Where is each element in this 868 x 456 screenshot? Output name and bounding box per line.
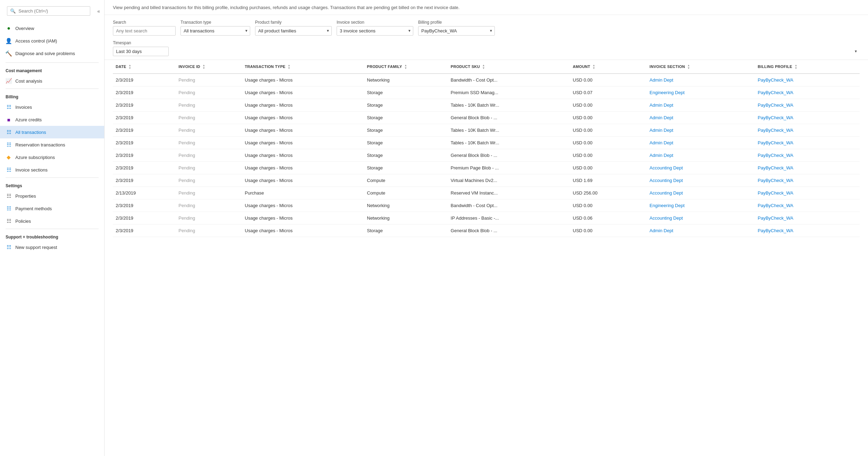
sidebar-item-diagnose[interactable]: 🔨 Diagnose and solve problems — [0, 47, 104, 60]
sidebar-collapse-button[interactable]: « — [96, 7, 101, 15]
cell-date: 2/3/2019 — [113, 199, 176, 212]
table-row: 2/3/2019 Pending Usage charges - Micros … — [113, 224, 860, 237]
cell-billing-profile[interactable]: PayByCheck_WA — [755, 212, 860, 224]
cell-billing-profile[interactable]: PayByCheck_WA — [755, 99, 860, 111]
cell-billing-profile[interactable]: PayByCheck_WA — [755, 86, 860, 99]
table-row: 2/3/2019 Pending Usage charges - Micros … — [113, 111, 860, 124]
billing-profile-label: Billing profile — [418, 20, 495, 25]
cell-transaction-type: Usage charges - Micros — [242, 212, 364, 224]
payment-icon: ☷ — [6, 205, 12, 212]
col-header-billing-profile[interactable]: BILLING PROFILE ▲▼ — [755, 60, 860, 74]
cell-billing-profile[interactable]: PayByCheck_WA — [755, 124, 860, 136]
cell-date: 2/3/2019 — [113, 74, 176, 86]
cell-product-family: Storage — [364, 86, 448, 99]
timespan-select[interactable]: Last 30 days Last 60 days Last 90 days C… — [113, 47, 169, 56]
cell-date: 2/3/2019 — [113, 86, 176, 99]
billing-profile-filter-group: Billing profile PayByCheck_WA — [418, 20, 495, 36]
invoice-section-select[interactable]: 3 invoice sections Admin Dept Engineerin… — [337, 26, 413, 36]
cell-invoice-section[interactable]: Admin Dept — [647, 74, 755, 86]
cell-billing-profile[interactable]: PayByCheck_WA — [755, 199, 860, 212]
sidebar-item-azure-credits[interactable]: ■ Azure credits — [0, 113, 104, 126]
cell-amount: USD 0.00 — [570, 74, 647, 86]
sidebar-top-nav: ● Overview 👤 Access control (IAM) 🔨 Diag… — [0, 21, 104, 61]
col-header-invoice-id[interactable]: INVOICE ID ▲▼ — [176, 60, 242, 74]
cell-invoice-section[interactable]: Engineering Dept — [647, 199, 755, 212]
cell-invoice-section[interactable]: Engineering Dept — [647, 86, 755, 99]
cell-product-sku: Tables - 10K Batch Wr... — [448, 124, 570, 136]
section-title-cost: Cost management — [0, 64, 104, 75]
invoice-section-label: Invoice section — [337, 20, 413, 25]
cell-date: 2/3/2019 — [113, 99, 176, 111]
policies-icon: ☷ — [6, 218, 12, 224]
cell-billing-profile[interactable]: PayByCheck_WA — [755, 174, 860, 187]
cell-product-sku: Bandwidth - Cost Opt... — [448, 199, 570, 212]
sidebar-item-payment-methods[interactable]: ☷ Payment methods — [0, 202, 104, 215]
product-family-select[interactable]: All product families Compute Networking … — [255, 26, 332, 36]
cell-billing-profile[interactable]: PayByCheck_WA — [755, 136, 860, 149]
sidebar-item-label: All transactions — [15, 130, 46, 135]
col-header-date[interactable]: DATE ▲▼ — [113, 60, 176, 74]
sort-arrows-invoice: ▲▼ — [202, 64, 205, 70]
sidebar-item-label: Invoices — [15, 105, 32, 110]
cell-invoice-section[interactable]: Accounting Dept — [647, 212, 755, 224]
sidebar-item-cost-analysis[interactable]: 📈 Cost analysis — [0, 75, 104, 87]
cell-billing-profile[interactable]: PayByCheck_WA — [755, 187, 860, 199]
cell-billing-profile[interactable]: PayByCheck_WA — [755, 224, 860, 237]
transaction-type-select[interactable]: All transactions Usage charges Purchase … — [180, 26, 250, 36]
cell-invoice-section[interactable]: Admin Dept — [647, 149, 755, 161]
cell-product-sku: Tables - 10K Batch Wr... — [448, 99, 570, 111]
sidebar-search-input[interactable] — [18, 8, 87, 14]
search-input[interactable] — [113, 26, 176, 36]
reservation-icon: ☷ — [6, 142, 12, 148]
col-header-transaction-type[interactable]: TRANSACTION TYPE ▲▼ — [242, 60, 364, 74]
sidebar-item-azure-subscriptions[interactable]: ◆ Azure subscriptions — [0, 151, 104, 164]
cell-date: 2/3/2019 — [113, 124, 176, 136]
sort-arrows-date: ▲▼ — [129, 64, 131, 70]
cell-invoice-section[interactable]: Accounting Dept — [647, 161, 755, 174]
sort-arrows-billingprofile: ▲▼ — [794, 64, 797, 70]
support-icon: ☷ — [6, 244, 12, 250]
invoice-section-filter-group: Invoice section 3 invoice sections Admin… — [337, 20, 413, 36]
cell-amount: USD 0.00 — [570, 161, 647, 174]
sidebar-item-iam[interactable]: 👤 Access control (IAM) — [0, 35, 104, 47]
cell-invoice-id: Pending — [176, 74, 242, 86]
col-header-amount[interactable]: AMOUNT ▲▼ — [570, 60, 647, 74]
cell-product-family: Networking — [364, 199, 448, 212]
sidebar-item-label: Azure subscriptions — [15, 155, 55, 160]
cell-product-sku: General Block Blob - ... — [448, 224, 570, 237]
cell-amount: USD 1.69 — [570, 174, 647, 187]
cell-billing-profile[interactable]: PayByCheck_WA — [755, 74, 860, 86]
cell-invoice-section[interactable]: Accounting Dept — [647, 174, 755, 187]
cell-invoice-section[interactable]: Admin Dept — [647, 111, 755, 124]
cell-date: 2/3/2019 — [113, 174, 176, 187]
sidebar-item-policies[interactable]: ☷ Policies — [0, 215, 104, 227]
cell-invoice-section[interactable]: Accounting Dept — [647, 187, 755, 199]
diagnose-icon: 🔨 — [6, 50, 12, 56]
cell-invoice-id: Pending — [176, 224, 242, 237]
col-header-product-sku[interactable]: PRODUCT SKU ▲▼ — [448, 60, 570, 74]
sidebar-item-invoices[interactable]: ☷ Invoices — [0, 101, 104, 113]
cell-amount: USD 0.00 — [570, 224, 647, 237]
cell-billing-profile[interactable]: PayByCheck_WA — [755, 111, 860, 124]
table-row: 2/3/2019 Pending Usage charges - Micros … — [113, 124, 860, 136]
cell-billing-profile[interactable]: PayByCheck_WA — [755, 149, 860, 161]
cell-transaction-type: Usage charges - Micros — [242, 199, 364, 212]
cell-transaction-type: Usage charges - Micros — [242, 99, 364, 111]
sidebar-item-overview[interactable]: ● Overview — [0, 22, 104, 35]
cell-invoice-section[interactable]: Admin Dept — [647, 124, 755, 136]
cell-invoice-section[interactable]: Admin Dept — [647, 136, 755, 149]
timespan-wrapper: Last 30 days Last 60 days Last 90 days C… — [113, 47, 860, 56]
cell-invoice-section[interactable]: Admin Dept — [647, 99, 755, 111]
overview-icon: ● — [6, 25, 12, 31]
cell-billing-profile[interactable]: PayByCheck_WA — [755, 161, 860, 174]
billing-profile-select[interactable]: PayByCheck_WA — [418, 26, 495, 36]
sidebar-item-properties[interactable]: ☷ Properties — [0, 190, 104, 202]
col-header-invoice-section[interactable]: INVOICE SECTION ▲▼ — [647, 60, 755, 74]
cell-invoice-section[interactable]: Admin Dept — [647, 224, 755, 237]
sidebar-item-new-support[interactable]: ☷ New support request — [0, 241, 104, 253]
sidebar-item-invoice-sections[interactable]: ☷ Invoice sections — [0, 164, 104, 176]
sidebar-item-all-transactions[interactable]: ☷ All transactions — [0, 126, 104, 138]
sidebar-item-reservation-transactions[interactable]: ☷ Reservation transactions — [0, 138, 104, 151]
col-header-product-family[interactable]: PRODUCT FAMILY ▲▼ — [364, 60, 448, 74]
section-title-billing: Billing — [0, 90, 104, 101]
